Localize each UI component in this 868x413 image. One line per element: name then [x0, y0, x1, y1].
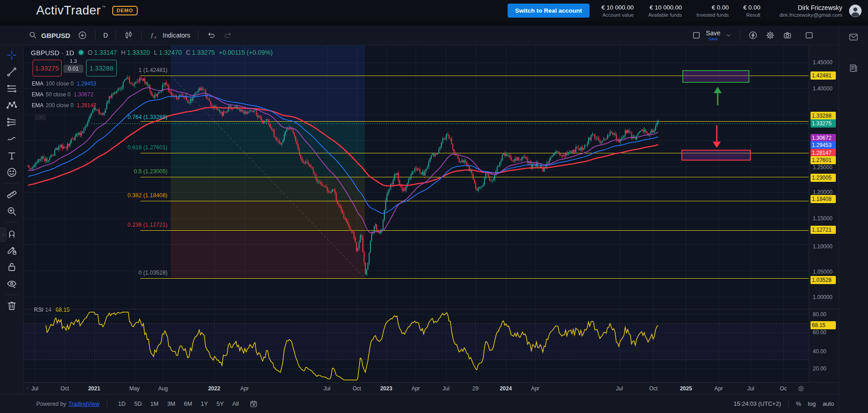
ohlc-key: O: [88, 49, 93, 56]
undo-icon[interactable]: [206, 30, 216, 40]
go-to-date-calendar-icon[interactable]: [249, 399, 258, 408]
right-sidebar: [839, 26, 868, 413]
drawing-toolbar-collapse-handle[interactable]: [0, 228, 6, 242]
emoji-tool[interactable]: [4, 165, 19, 180]
percent-scale-button[interactable]: %: [796, 400, 801, 407]
chevron-right-icon: [1, 233, 5, 237]
range-button-5y[interactable]: 5Y: [213, 399, 227, 408]
tradingview-link[interactable]: TradingView: [68, 401, 100, 407]
rsi-legend[interactable]: RSI1468.15: [34, 307, 70, 313]
drawing-toolbar: [0, 45, 24, 394]
ohlc-value: 1.33147: [94, 49, 117, 56]
stat-label: Result: [743, 12, 761, 18]
save-button[interactable]: Save Save: [706, 30, 720, 41]
price-axis-badge: 1.23005: [810, 174, 836, 182]
zoom-in-tool[interactable]: [4, 204, 19, 219]
brush-tool[interactable]: [4, 131, 19, 147]
time-axis-label: Apr: [240, 385, 249, 392]
quick-trade-icon[interactable]: [748, 30, 758, 40]
switch-to-real-account-button[interactable]: Switch to Real account: [508, 4, 590, 18]
redo-icon[interactable]: [223, 30, 233, 40]
save-label: Save: [706, 30, 720, 36]
price-axis-label: 40.00: [813, 348, 826, 355]
range-button-6m[interactable]: 6M: [180, 399, 196, 408]
activtrader-app: ActivTrader ™ DEMO Switch to Real accoun…: [0, 0, 868, 413]
symbol-search-button[interactable]: GBPUSD: [24, 28, 74, 42]
search-icon: [28, 30, 38, 40]
buy-price-button[interactable]: 1.33288: [86, 60, 117, 76]
panel-toggle-icon[interactable]: [804, 30, 814, 40]
sell-price-button[interactable]: 1.33275: [33, 60, 62, 76]
app-logo-text: ActivTrader: [36, 5, 101, 17]
legend-symbol-title[interactable]: GBPUSD · 1D: [31, 49, 74, 57]
ohlc-key: C: [186, 49, 191, 56]
chart-settings-gear-icon[interactable]: [765, 30, 775, 40]
green-rectangle-drawing[interactable]: [682, 70, 749, 83]
ema-50-legend-row[interactable]: EMA50 close 01.30672: [32, 91, 93, 98]
pane-separator[interactable]: [24, 309, 839, 309]
time-axis-label: 2025: [680, 385, 692, 392]
range-button-all[interactable]: All: [229, 399, 242, 408]
indicators-button[interactable]: fx Indicators: [146, 28, 194, 42]
time-axis-label: Jul: [442, 385, 449, 392]
price-axis-label: 1.05000: [813, 269, 832, 275]
stat-label: Invested funds: [696, 12, 729, 18]
stat-label: Account value: [601, 12, 633, 18]
time-axis-label: 2024: [500, 385, 512, 392]
time-axis-label: Jul: [616, 385, 623, 392]
price-axis-label: 1.10000: [813, 243, 832, 250]
price-axis-label: 1.40000: [813, 85, 832, 92]
fx-icon: fx: [149, 30, 159, 40]
red-rectangle-drawing[interactable]: [681, 150, 751, 161]
trend-line-tool[interactable]: [4, 64, 19, 80]
chart-plot-area[interactable]: GBPUSD · 1D O1.33147H1.33320L1.32470C1.3…: [24, 45, 809, 382]
user-info[interactable]: Dirk Friczewsky dirk.friczewsky@gmail.co…: [779, 4, 842, 18]
snapshot-camera-icon[interactable]: [782, 30, 792, 40]
price-axis[interactable]: 1.450001.424811.400001.332881.332751.306…: [809, 45, 839, 382]
range-button-1y[interactable]: 1Y: [197, 399, 211, 408]
remove-drawings-tool[interactable]: [4, 298, 19, 313]
account-stat: € 10 000.00Account value: [601, 4, 633, 18]
time-axis-label: Apr: [412, 385, 420, 392]
text-tool[interactable]: [4, 148, 19, 163]
axis-settings-gear-icon[interactable]: [797, 385, 805, 393]
measure-tool[interactable]: [4, 187, 19, 202]
range-button-1m[interactable]: 1M: [147, 399, 162, 408]
price-axis-label: 1.15000: [813, 215, 832, 222]
topbar-right: Switch to Real account € 10 000.00Accoun…: [508, 4, 868, 18]
time-axis-collapse-icon[interactable]: [24, 385, 31, 391]
mail-icon[interactable]: [848, 32, 859, 43]
time-axis-label: 29: [472, 385, 478, 392]
horizontal-lines-tool[interactable]: [4, 81, 19, 96]
news-icon[interactable]: [848, 62, 859, 73]
legend-collapse-button[interactable]: [35, 114, 46, 120]
log-scale-button[interactable]: log: [808, 400, 815, 407]
hide-drawings-tool[interactable]: [4, 276, 19, 291]
compare-add-icon[interactable]: [77, 30, 87, 40]
time-axis[interactable]: JulOct2021MayAug2022AprJulOct2023AprJul2…: [24, 382, 839, 394]
range-button-5d[interactable]: 5D: [130, 399, 145, 408]
bottom-toolbar: Powered by TradingView 1D5D1M3M6M1Y5YAll…: [0, 394, 839, 413]
multichart-layout-icon[interactable]: [691, 30, 701, 40]
range-button-1d[interactable]: 1D: [115, 399, 129, 408]
ema-100-legend-row[interactable]: EMA100 close 01.29453: [32, 81, 96, 87]
chart-style-icon[interactable]: [124, 30, 134, 40]
projection-tool[interactable]: [4, 114, 19, 130]
avatar[interactable]: [849, 4, 862, 18]
indicators-label: Indicators: [163, 32, 190, 39]
auto-scale-button[interactable]: auto: [823, 400, 834, 407]
lock-all-drawings-tool[interactable]: [4, 259, 19, 275]
drawing-edit-lock-tool[interactable]: [4, 242, 19, 258]
timeframe-button[interactable]: D: [100, 30, 111, 41]
crosshair-tool[interactable]: [4, 47, 19, 63]
stat-value: € 10 000.00: [601, 4, 633, 11]
account-stat: € 0.00Result: [743, 4, 761, 18]
clock-label[interactable]: 15:24:03 (UTC+2): [734, 400, 781, 407]
save-menu-chevron-down-icon[interactable]: [725, 32, 732, 39]
pattern-tool[interactable]: [4, 98, 19, 113]
ohlc-value: 1.33320: [127, 49, 150, 56]
price-chart-canvas[interactable]: [24, 45, 809, 382]
range-button-3m[interactable]: 3M: [163, 399, 179, 408]
time-axis-label: Oct: [649, 385, 658, 392]
ema-200-legend-row[interactable]: EMA200 close 01.28147: [32, 102, 96, 109]
